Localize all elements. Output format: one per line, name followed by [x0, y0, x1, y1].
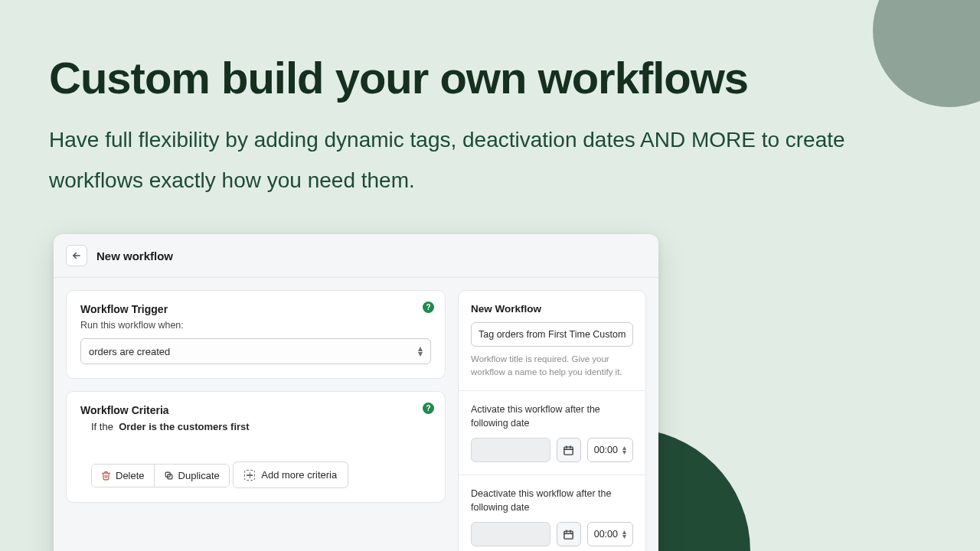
- side-title-section: New Workflow Workflow title is required.…: [459, 291, 645, 390]
- duplicate-criteria-button[interactable]: Duplicate: [154, 465, 229, 487]
- trigger-heading: Workflow Trigger: [80, 303, 431, 315]
- delete-label: Delete: [116, 470, 145, 481]
- side-deactivate-section: Deactivate this workflow after the follo…: [459, 474, 645, 551]
- criteria-actions: Delete Duplicate: [91, 464, 230, 487]
- side-panel: New Workflow Workflow title is required.…: [458, 290, 646, 551]
- calendar-icon: [563, 445, 574, 456]
- side-heading: New Workflow: [471, 303, 633, 315]
- app-header: New workflow: [54, 234, 658, 278]
- activate-date-input[interactable]: [471, 438, 550, 462]
- workflow-criteria-panel: ? Workflow Criteria If the Order is the …: [66, 391, 446, 503]
- workflow-trigger-panel: ? Workflow Trigger Run this workflow whe…: [66, 290, 446, 379]
- svg-rect-7: [564, 531, 573, 539]
- criteria-condition-row: If the Order is the customers first: [91, 421, 431, 432]
- add-criteria-button[interactable]: Add more criteria: [233, 461, 348, 488]
- stepper-icon: ▴▾: [622, 530, 626, 539]
- duplicate-label: Duplicate: [178, 470, 220, 481]
- criteria-prefix: If the: [91, 421, 113, 432]
- deactivate-date-input[interactable]: [471, 522, 550, 546]
- activate-label: Activate this workflow after the followi…: [471, 403, 633, 430]
- workflow-editor-card: New workflow ? Workflow Trigger Run this…: [54, 234, 658, 551]
- delete-criteria-button[interactable]: Delete: [92, 465, 154, 487]
- arrow-left-icon: [71, 250, 82, 261]
- select-stepper-icon: ▴▾: [418, 346, 423, 357]
- help-icon[interactable]: ?: [423, 403, 434, 414]
- add-criteria-label: Add more criteria: [261, 469, 337, 481]
- page-title: New workflow: [96, 249, 173, 262]
- deactivate-time-input[interactable]: 00:00 ▴▾: [587, 522, 633, 546]
- deactivate-label: Deactivate this workflow after the follo…: [471, 487, 633, 514]
- hero-title: Custom build your own workflows: [49, 54, 903, 103]
- duplicate-icon: [164, 471, 174, 481]
- stepper-icon: ▴▾: [622, 445, 626, 455]
- trigger-select[interactable]: orders are created ▴▾: [80, 338, 431, 364]
- criteria-condition: Order is the customers first: [119, 421, 250, 432]
- add-box-icon: [244, 470, 255, 481]
- side-activate-section: Activate this workflow after the followi…: [459, 390, 645, 474]
- calendar-icon: [563, 529, 574, 540]
- hero-subtitle: Have full flexibility by adding dynamic …: [49, 119, 876, 201]
- workflow-title-hint: Workflow title is required. Give your wo…: [471, 353, 633, 378]
- help-icon[interactable]: ?: [423, 302, 434, 313]
- criteria-heading: Workflow Criteria: [80, 404, 431, 416]
- trigger-sublabel: Run this workflow when:: [80, 320, 431, 331]
- back-button[interactable]: [66, 245, 87, 266]
- trash-icon: [101, 471, 111, 481]
- deactivate-calendar-button[interactable]: [557, 522, 581, 546]
- activate-calendar-button[interactable]: [557, 438, 581, 462]
- trigger-select-value: orders are created: [89, 346, 170, 357]
- deactivate-time-value: 00:00: [594, 529, 618, 540]
- svg-rect-3: [564, 447, 573, 455]
- activate-time-value: 00:00: [594, 445, 618, 455]
- activate-time-input[interactable]: 00:00 ▴▾: [587, 438, 633, 462]
- workflow-title-input[interactable]: [471, 322, 633, 347]
